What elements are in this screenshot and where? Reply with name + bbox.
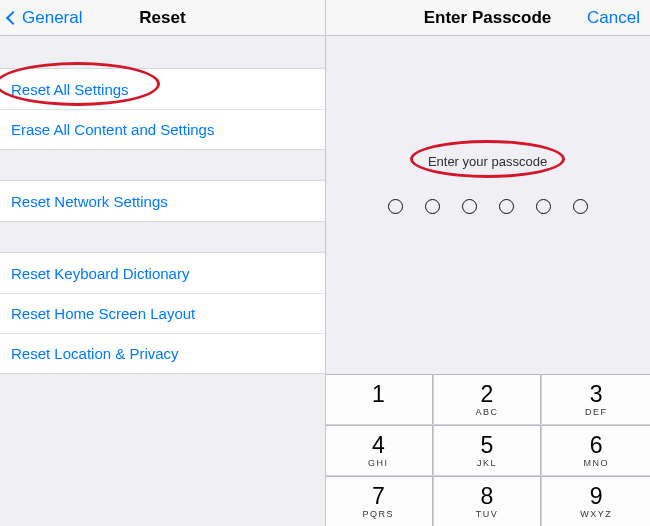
reset-homescreen-row[interactable]: Reset Home Screen Layout [0, 293, 325, 333]
key-digit: 5 [481, 434, 494, 457]
right-navbar: Enter Passcode Cancel [325, 0, 650, 36]
key-letters: WXYZ [580, 509, 612, 519]
keypad-key-2[interactable]: 2 ABC [434, 374, 542, 424]
cancel-button[interactable]: Cancel [587, 0, 640, 36]
passcode-dot [573, 199, 588, 214]
key-digit: 9 [590, 485, 603, 508]
key-letters: ABC [475, 407, 498, 417]
right-title: Enter Passcode [424, 8, 552, 28]
reset-all-settings-row[interactable]: Reset All Settings [0, 69, 325, 109]
keypad-key-9[interactable]: 9 WXYZ [542, 476, 650, 526]
key-digit: 8 [481, 485, 494, 508]
settings-reset-pane: General Reset Reset All Settings Erase A… [0, 0, 325, 526]
row-label: Reset All Settings [11, 81, 129, 98]
pane-divider [325, 0, 326, 526]
passcode-dot [536, 199, 551, 214]
key-letters: DEF [585, 407, 608, 417]
left-navbar: General Reset [0, 0, 325, 36]
row-label: Reset Network Settings [11, 193, 168, 210]
left-title: Reset [139, 8, 185, 28]
erase-all-content-row[interactable]: Erase All Content and Settings [0, 109, 325, 149]
key-digit: 3 [590, 383, 603, 406]
keypad-key-4[interactable]: 4 GHI [325, 425, 433, 475]
passcode-dots [388, 199, 588, 214]
reset-keyboard-row[interactable]: Reset Keyboard Dictionary [0, 253, 325, 293]
row-label: Erase All Content and Settings [11, 121, 214, 138]
key-digit: 1 [372, 383, 385, 406]
passcode-dot [462, 199, 477, 214]
back-label: General [22, 8, 82, 28]
row-label: Reset Home Screen Layout [11, 305, 195, 322]
reset-group-3: Reset Keyboard Dictionary Reset Home Scr… [0, 252, 325, 374]
key-letters: PQRS [363, 509, 395, 519]
keypad-key-8[interactable]: 8 TUV [434, 476, 542, 526]
keypad-key-3[interactable]: 3 DEF [542, 374, 650, 424]
keypad-key-7[interactable]: 7 PQRS [325, 476, 433, 526]
cancel-label: Cancel [587, 8, 640, 28]
key-digit: 7 [372, 485, 385, 508]
reset-location-row[interactable]: Reset Location & Privacy [0, 333, 325, 373]
enter-passcode-pane: Enter Passcode Cancel Enter your passcod… [325, 0, 650, 526]
key-digit: 4 [372, 434, 385, 457]
row-label: Reset Keyboard Dictionary [11, 265, 189, 282]
key-letters: GHI [368, 458, 389, 468]
reset-network-row[interactable]: Reset Network Settings [0, 181, 325, 221]
key-letters: JKL [477, 458, 497, 468]
passcode-dot [425, 199, 440, 214]
keypad-key-1[interactable]: 1 [325, 374, 433, 424]
keypad-key-5[interactable]: 5 JKL [434, 425, 542, 475]
passcode-area: Enter your passcode [325, 36, 650, 374]
passcode-dot [499, 199, 514, 214]
key-digit: 2 [481, 383, 494, 406]
key-letters: MNO [583, 458, 609, 468]
passcode-prompt: Enter your passcode [428, 154, 547, 169]
reset-group-1: Reset All Settings Erase All Content and… [0, 68, 325, 150]
key-digit: 6 [590, 434, 603, 457]
back-button[interactable]: General [6, 0, 82, 36]
chevron-left-icon [6, 11, 20, 25]
reset-group-2: Reset Network Settings [0, 180, 325, 222]
numeric-keypad: 1 2 ABC 3 DEF 4 GHI 5 JKL 6 MNO [325, 374, 650, 526]
keypad-key-6[interactable]: 6 MNO [542, 425, 650, 475]
key-letters: TUV [476, 509, 499, 519]
row-label: Reset Location & Privacy [11, 345, 179, 362]
passcode-dot [388, 199, 403, 214]
